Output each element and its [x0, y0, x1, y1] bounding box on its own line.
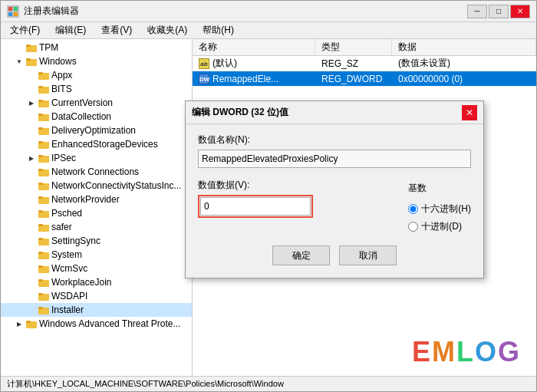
dialog-ok-button[interactable]: 确定 [272, 245, 330, 265]
dialog-row-value-base: 数值数据(V): 基数 十六进制(H) 十进制(D) [198, 179, 471, 233]
value-data-input[interactable] [200, 197, 311, 216]
base-section: 基数 十六进制(H) 十进制(D) [408, 182, 471, 233]
value-name-label: 数值名称(N): [198, 133, 471, 147]
main-window: 注册表编辑器 ─ □ ✕ 文件(F) 编辑(E) 查看(V) 收藏夹(A) 帮助… [0, 0, 537, 392]
base-label: 基数 [408, 182, 471, 195]
radio-hex-label: 十六进制(H) [421, 203, 471, 216]
value-data-section: 数值数据(V): [198, 179, 399, 218]
radio-dec[interactable]: 十进制(D) [408, 220, 471, 233]
value-data-label: 数值数据(V): [198, 179, 399, 192]
dialog-body: 数值名称(N): 数值数据(V): 基数 十六进制(H) [186, 124, 483, 278]
radio-dec-input[interactable] [408, 222, 418, 232]
value-name-input[interactable] [198, 150, 471, 168]
value-input-wrapper [198, 195, 313, 218]
edit-dword-dialog: 编辑 DWORD (32 位)值 ✕ 数值名称(N): 数值数据(V): 基数 [185, 100, 484, 278]
dialog-title-bar: 编辑 DWORD (32 位)值 ✕ [186, 101, 483, 124]
dialog-buttons: 确定 取消 [198, 245, 471, 268]
radio-hex-input[interactable] [408, 204, 418, 214]
dialog-close-button[interactable]: ✕ [462, 105, 477, 120]
dialog-overlay: 编辑 DWORD (32 位)值 ✕ 数值名称(N): 数值数据(V): 基数 [1, 1, 536, 391]
dialog-cancel-button[interactable]: 取消 [339, 245, 397, 265]
radio-hex[interactable]: 十六进制(H) [408, 203, 471, 216]
radio-dec-label: 十进制(D) [421, 220, 462, 233]
dialog-title: 编辑 DWORD (32 位)值 [192, 106, 288, 119]
